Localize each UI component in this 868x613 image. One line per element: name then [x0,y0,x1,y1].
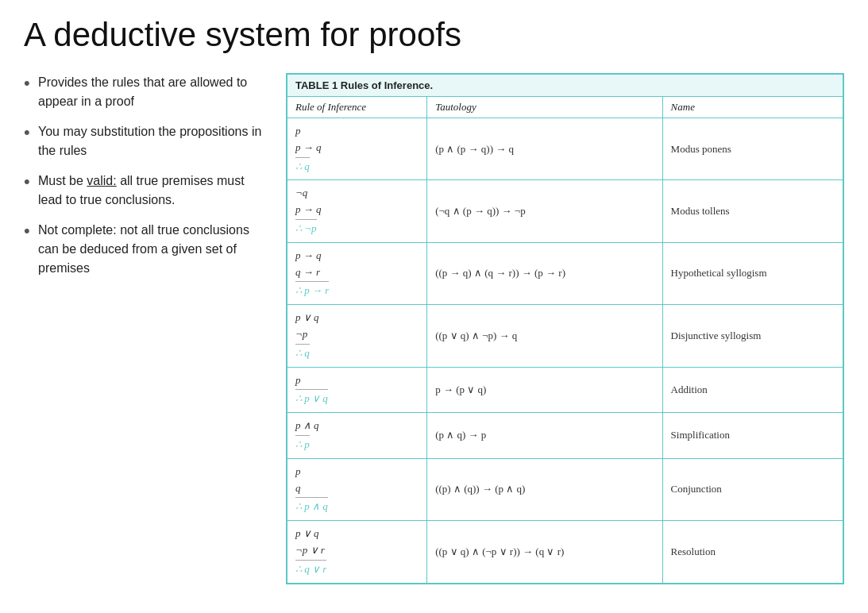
bullet-dot: • [24,73,38,94]
bullet-text-1: Provides the rules that are allowed to a… [38,73,262,111]
rule-cell-addition: p ∴ p ∨ q [287,367,427,413]
tautology-cell-disj-syl: ((p ∨ q) ∧ ¬p) → q [427,305,662,367]
table-row: ¬q p → q ∴ ¬p (¬q ∧ (p → q)) → ¬p Modus … [287,180,843,242]
premise-line: q [295,480,301,497]
bullet-dot: • [24,221,38,241]
header-tautology: Tautology [427,97,662,118]
bullet-text-4: Not complete: not all true conclusions c… [38,221,262,278]
premise-line: p → q [295,248,322,264]
list-item: • You may substitution the propositions … [24,122,262,160]
conclusion-line: ∴ q [295,157,310,175]
underline-valid: valid: [87,174,116,187]
list-item: • Provides the rules that are allowed to… [24,73,262,111]
tautology-cell-modus-ponens: (p ∧ (p → q)) → q [427,118,662,180]
premise-line: p [295,123,301,140]
name-cell-resolution: Resolution [662,521,843,583]
premise-line: p ∨ q [295,310,319,326]
conclusion-line: ∴ ¬p [295,219,317,237]
name-cell-modus-ponens: Modus ponens [662,118,843,180]
main-content: • Provides the rules that are allowed to… [24,73,844,584]
inference-table-wrapper: TABLE 1 Rules of Inference. Rule of Infe… [286,73,844,584]
table-row: p p → q ∴ q (p ∧ (p → q)) → q Modus pone… [287,118,843,180]
header-row: Rule of Inference Tautology Name [287,97,843,118]
premise-line: p ∨ q [295,526,319,542]
bullet-list: • Provides the rules that are allowed to… [24,73,262,278]
conclusion-line: ∴ q ∨ r [295,560,326,578]
rule-cell-conjunction: p q ∴ p ∧ q [287,458,427,520]
table-header: Rule of Inference Tautology Name [287,97,843,118]
premise-line: p [295,464,301,480]
rule-cell-modus-ponens: p p → q ∴ q [287,118,427,180]
tautology-cell-addition: p → (p ∨ q) [427,367,662,413]
inference-table: Rule of Inference Tautology Name p p → q… [287,97,843,583]
bullet-text-2: You may substitution the propositions in… [38,122,262,160]
premise-line: ¬p ∨ r [295,542,325,559]
rule-cell-hyp-syl: p → q q → r ∴ p → r [287,242,427,304]
bullet-list-container: • Provides the rules that are allowed to… [24,73,262,289]
table-row: p → q q → r ∴ p → r ((p → q) ∧ (q → r)) … [287,242,843,304]
conclusion-line: ∴ p ∧ q [295,497,328,515]
tautology-cell-conjunction: ((p) ∧ (q)) → (p ∧ q) [427,458,662,520]
premise-line: ¬q [295,185,307,202]
tautology-cell-simplification: (p ∧ q) → p [427,413,662,459]
name-cell-addition: Addition [662,367,843,413]
table-row: p q ∴ p ∧ q ((p) ∧ (q)) → (p ∧ q) Conjun… [287,458,843,520]
premise-line: q → r [295,264,320,281]
bullet-dot: • [24,172,38,192]
table-row: p ∨ q ¬p ∴ q ((p ∨ q) ∧ ¬p) → q Disjunct… [287,305,843,367]
name-cell-simplification: Simplification [662,413,843,459]
conclusion-line: ∴ p ∨ q [295,389,328,407]
table-title: TABLE 1 Rules of Inference. [287,75,843,97]
table-subtitle: Rules of Inference. [341,79,433,91]
name-cell-conjunction: Conjunction [662,458,843,520]
name-cell-modus-tollens: Modus tollens [662,180,843,242]
name-cell-disj-syl: Disjunctive syllogism [662,305,843,367]
conclusion-line: ∴ p → r [295,281,329,299]
table-row: p ∨ q ¬p ∨ r ∴ q ∨ r ((p ∨ q) ∧ (¬p ∨ r)… [287,521,843,583]
tautology-cell-hyp-syl: ((p → q) ∧ (q → r)) → (p → r) [427,242,662,304]
rule-cell-modus-tollens: ¬q p → q ∴ ¬p [287,180,427,242]
table-row: p ∧ q ∴ p (p ∧ q) → p Simplification [287,413,843,459]
rule-cell-simplification: p ∧ q ∴ p [287,413,427,459]
header-rule: Rule of Inference [287,97,427,118]
bullet-text-3: Must be valid: all true premises must le… [38,172,262,210]
list-item: • Not complete: not all true conclusions… [24,221,262,278]
page-title: A deductive system for proofs [24,16,844,54]
name-cell-hyp-syl: Hypothetical syllogism [662,242,843,304]
conclusion-line: ∴ q [295,344,310,362]
conclusion-line: ∴ p [295,435,310,453]
list-item: • Must be valid: all true premises must … [24,172,262,210]
premise-line: p → q [295,202,322,218]
premise-line: ¬p [295,326,307,343]
header-name: Name [662,97,843,118]
table-number: TABLE 1 [295,79,338,91]
rule-cell-disj-syl: p ∨ q ¬p ∴ q [287,305,427,367]
bullet-dot: • [24,122,38,143]
premise-line: p ∧ q [295,418,319,434]
premise-line: p [295,372,301,389]
premise-line: p → q [295,140,322,156]
table-body: p p → q ∴ q (p ∧ (p → q)) → q Modus pone… [287,118,843,583]
tautology-cell-modus-tollens: (¬q ∧ (p → q)) → ¬p [427,180,662,242]
tautology-cell-resolution: ((p ∨ q) ∧ (¬p ∨ r)) → (q ∨ r) [427,521,662,583]
table-row: p ∴ p ∨ q p → (p ∨ q) Addition [287,367,843,413]
rule-cell-resolution: p ∨ q ¬p ∨ r ∴ q ∨ r [287,521,427,583]
